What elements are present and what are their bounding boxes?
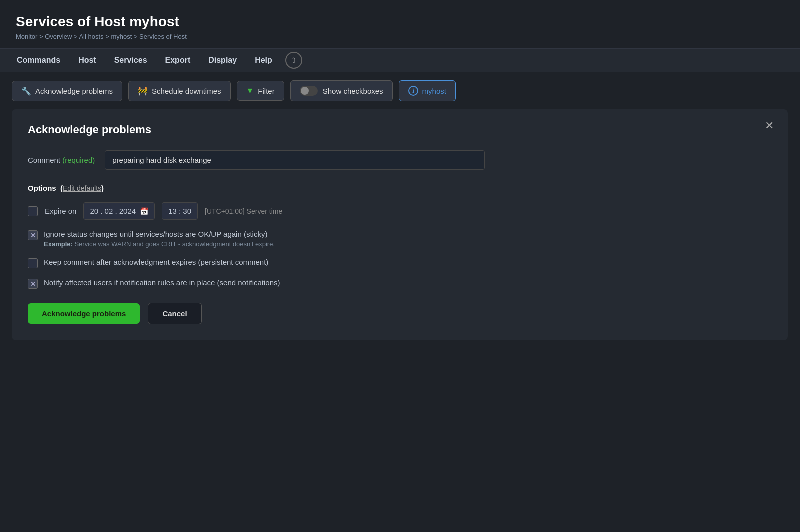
example-bold: Example: bbox=[44, 240, 73, 248]
breadcrumb: Monitor > Overview > All hosts > myhost … bbox=[16, 33, 784, 40]
ack-btn-label: Acknowledge problems bbox=[36, 87, 113, 95]
comment-row: Comment (required) bbox=[28, 150, 772, 170]
notify-label: Notify affected users if notification ru… bbox=[44, 278, 280, 287]
button-row: Acknowledge problems Cancel bbox=[28, 303, 772, 324]
required-indicator: (required) bbox=[62, 156, 95, 164]
myhost-circle-icon: ℹ bbox=[408, 86, 418, 96]
options-section: Options (Edit defaults) Expire on 20 . 0… bbox=[28, 184, 772, 289]
filter-btn-label: Filter bbox=[258, 87, 274, 95]
cancel-button[interactable]: Cancel bbox=[148, 303, 202, 324]
sticky-option-content: Ignore status changes until services/hos… bbox=[44, 230, 275, 248]
main-content: Acknowledge problems ✕ Comment (required… bbox=[0, 109, 800, 340]
toggle-switch-icon bbox=[300, 86, 318, 96]
dialog-title: Acknowledge problems bbox=[28, 123, 772, 136]
nav-services[interactable]: Services bbox=[106, 49, 156, 72]
nav-commands[interactable]: Commands bbox=[8, 49, 70, 72]
page-header: Services of Host myhost Monitor > Overvi… bbox=[0, 0, 800, 48]
notify-option-row: Notify affected users if notification ru… bbox=[28, 278, 772, 289]
expire-date-value: 20 . 02 . 2024 bbox=[90, 207, 136, 215]
expire-time-input[interactable]: 13 : 30 bbox=[162, 202, 198, 220]
cone-icon: 🚧 bbox=[138, 86, 148, 96]
edit-defaults-link[interactable]: Edit defaults bbox=[63, 184, 102, 192]
sticky-label: Ignore status changes until services/hos… bbox=[44, 230, 275, 238]
comment-label: Comment (required) bbox=[28, 156, 95, 164]
expire-row: Expire on 20 . 02 . 2024 📅 13 : 30 [UTC+… bbox=[28, 202, 772, 220]
nav-bar: Commands Host Services Export Display He… bbox=[0, 48, 800, 72]
acknowledge-dialog: Acknowledge problems ✕ Comment (required… bbox=[12, 109, 788, 340]
schedule-downtimes-button[interactable]: 🚧 Schedule downtimes bbox=[128, 81, 230, 101]
sticky-example: Example: Service was WARN and goes CRIT … bbox=[44, 240, 275, 248]
nav-help[interactable]: Help bbox=[246, 49, 282, 72]
sticky-checkbox[interactable] bbox=[28, 230, 38, 240]
sticky-option-row: Ignore status changes until services/hos… bbox=[28, 230, 772, 248]
nav-export[interactable]: Export bbox=[156, 49, 200, 72]
toolbar: 🔧 Acknowledge problems 🚧 Schedule downti… bbox=[0, 72, 800, 109]
expire-time-value: 13 : 30 bbox=[168, 207, 192, 215]
notify-checkbox[interactable] bbox=[28, 279, 38, 289]
nav-display[interactable]: Display bbox=[200, 49, 246, 72]
notification-rules-link[interactable]: notification rules bbox=[120, 278, 174, 287]
comment-input[interactable] bbox=[105, 150, 485, 170]
show-checkboxes-button[interactable]: Show checkboxes bbox=[290, 80, 393, 101]
schedule-btn-label: Schedule downtimes bbox=[152, 87, 221, 95]
wrench-icon: 🔧 bbox=[22, 86, 32, 96]
close-button[interactable]: ✕ bbox=[765, 120, 774, 131]
nav-collapse-btn[interactable]: ⇧ bbox=[286, 52, 302, 69]
myhost-btn-label: myhost bbox=[422, 87, 446, 95]
persistent-checkbox[interactable] bbox=[28, 258, 38, 268]
checkboxes-btn-label: Show checkboxes bbox=[323, 87, 384, 95]
filter-icon: ▼ bbox=[246, 86, 254, 95]
expire-checkbox[interactable] bbox=[28, 206, 38, 216]
options-header: Options (Edit defaults) bbox=[28, 184, 772, 192]
expire-date-input[interactable]: 20 . 02 . 2024 📅 bbox=[84, 202, 155, 220]
expire-label: Expire on bbox=[45, 207, 76, 215]
page-title: Services of Host myhost bbox=[16, 14, 784, 30]
server-time-label: [UTC+01:00] Server time bbox=[205, 207, 282, 215]
myhost-button[interactable]: ℹ myhost bbox=[399, 80, 456, 101]
example-text: Service was WARN and goes CRIT - acknowl… bbox=[74, 240, 275, 248]
calendar-icon: 📅 bbox=[140, 207, 148, 215]
nav-host[interactable]: Host bbox=[70, 49, 106, 72]
acknowledge-submit-button[interactable]: Acknowledge problems bbox=[28, 303, 140, 324]
persistent-option-row: Keep comment after acknowledgment expire… bbox=[28, 258, 772, 268]
filter-button[interactable]: ▼ Filter bbox=[237, 81, 284, 101]
persistent-label: Keep comment after acknowledgment expire… bbox=[44, 258, 268, 266]
acknowledge-problems-button[interactable]: 🔧 Acknowledge problems bbox=[12, 81, 122, 101]
